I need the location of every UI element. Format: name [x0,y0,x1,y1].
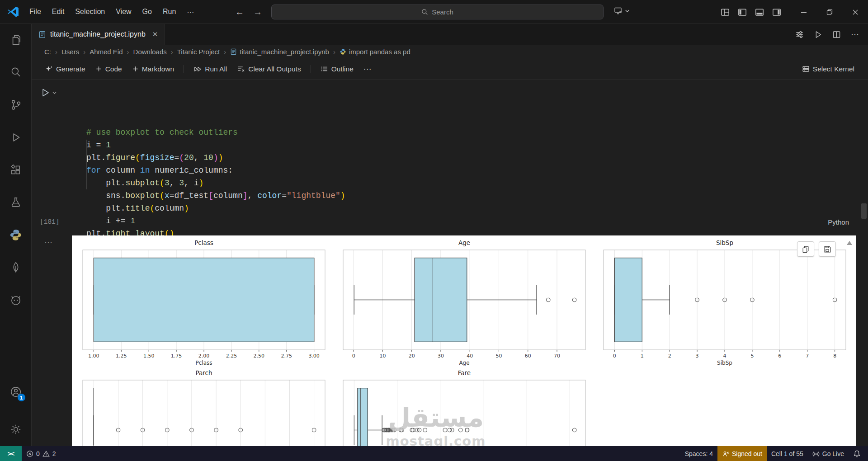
svg-text:20: 20 [409,353,415,359]
menu-run[interactable]: Run [158,5,181,19]
svg-text:30: 30 [438,353,444,359]
customize-layout-icon[interactable] [721,8,730,17]
status-bar: >< 0 2 Spaces: 4 Signed out Cell 1 of 55… [0,446,868,461]
breadcrumb-item[interactable]: Downloads [132,47,168,56]
generate-button[interactable]: Generate [41,63,90,75]
leaf-icon [9,261,23,274]
split-editor-icon[interactable] [832,30,841,39]
run-all-button[interactable]: Run All [189,63,231,75]
breadcrumb-item[interactable]: import pandas as pd [339,47,411,56]
tab-close-icon[interactable]: ✕ [152,30,158,38]
remote-indicator[interactable]: >< [0,446,22,461]
add-markdown-cell-button[interactable]: Markdown [127,63,179,75]
kernel-icon [802,65,810,73]
spaces-indicator[interactable]: Spaces: 4 [680,446,717,461]
breadcrumb-item[interactable]: C: [43,47,52,56]
activity-explorer[interactable] [5,28,27,51]
activity-search[interactable] [5,61,27,84]
breadcrumb-item[interactable]: Ahmed Eid [89,47,123,56]
accounts-button[interactable]: 1 [5,381,27,403]
activity-run-debug[interactable] [5,126,27,149]
breadcrumb-separator-icon: › [333,48,335,56]
menu-view[interactable]: View [111,5,136,19]
breadcrumb-item[interactable]: titanic_machine_project.ipynb [229,47,330,56]
breadcrumb-item[interactable]: Users [61,47,80,56]
search-icon [9,66,23,79]
tab-label: titanic_machine_project.ipynb [50,30,146,38]
svg-text:1.25: 1.25 [116,353,127,359]
account-signed-out-icon [722,450,729,457]
activity-extensions[interactable] [5,159,27,181]
svg-text:1.00: 1.00 [88,353,99,359]
output-scroll-up-icon[interactable] [847,241,852,245]
svg-text:2.75: 2.75 [281,353,292,359]
svg-text:0: 0 [613,353,616,359]
activity-python[interactable] [5,224,27,246]
output-hover-toolbar [797,241,836,257]
toggle-primary-sidebar-icon[interactable] [738,8,747,17]
outline-button[interactable]: Outline [316,63,358,75]
tab-notebook[interactable]: titanic_machine_project.ipynb ✕ [32,24,165,45]
gear-icon [9,423,23,436]
problems-indicator[interactable]: 0 2 [22,446,61,461]
copy-output-button[interactable] [797,241,814,257]
code-line: for column in numeric_columns: [86,164,345,177]
menu-go[interactable]: Go [137,5,157,19]
menu-edit[interactable]: Edit [47,5,70,19]
search-placeholder: Search [432,8,453,16]
save-icon [823,245,831,253]
svg-text:6: 6 [778,353,781,359]
notebook-settings-icon[interactable] [795,30,804,39]
restore-button[interactable] [816,0,842,24]
activity-ai-assistant[interactable] [5,289,27,311]
select-kernel-button[interactable]: Select Kernel [797,63,859,75]
boxplot-sibsp: SibSp012345678SibSp [596,238,851,367]
save-output-button[interactable] [819,241,836,257]
svg-text:50: 50 [495,353,502,359]
notifications-button[interactable] [849,446,868,461]
cell-language-label[interactable]: Python [828,218,849,226]
clear-all-icon [237,65,245,73]
activity-mongodb[interactable] [5,256,27,279]
menu-selection[interactable]: Selection [70,5,110,19]
back-button[interactable]: ← [235,7,244,17]
toggle-panel-icon[interactable] [755,8,764,17]
svg-text:1.50: 1.50 [143,353,155,359]
cell-position-indicator[interactable]: Cell 1 of 55 [767,446,808,461]
run-cell-button[interactable] [41,87,57,98]
menu-more[interactable]: ⋯ [182,5,199,19]
notebook-editor: # use boxplot to check outliersi = 1plt.… [32,80,868,446]
output-menu-button[interactable]: ⋯ [44,237,53,247]
code-area[interactable]: # use boxplot to check outliersi = 1plt.… [86,88,345,253]
code-line: sns.boxplot(x=df_test[column], color="li… [86,189,345,202]
clear-all-outputs-button[interactable]: Clear All Outputs [232,63,305,75]
editor-scrollbar[interactable] [861,203,867,219]
forward-button[interactable]: → [253,7,262,17]
more-actions-icon[interactable]: ⋯ [851,29,859,39]
figure-row-1: Pclass1.001.251.501.752.002.252.502.753.… [72,238,856,367]
minimize-button[interactable] [791,0,816,24]
close-window-button[interactable] [842,0,868,24]
go-live-button[interactable]: Go Live [808,446,849,461]
signed-out-indicator[interactable]: Signed out [717,446,767,461]
menu-bar: FileEditSelectionViewGoRun⋯ [24,5,199,19]
settings-button[interactable] [5,418,27,441]
code-line: i += 1 [86,215,345,227]
boxplot-fare: Fare0100200300400500Fare [336,368,591,446]
boxplot-pclass: Pclass1.001.251.501.752.002.252.502.753.… [75,238,330,367]
search-box[interactable]: Search [271,5,604,19]
menu-file[interactable]: File [24,5,46,19]
remote-window-control[interactable] [614,6,630,15]
breadcrumb-item[interactable]: Titanic Project [176,47,221,56]
svg-text:60: 60 [525,353,531,359]
run-editor-icon[interactable] [814,30,822,39]
svg-text:7: 7 [806,353,809,359]
svg-text:10: 10 [379,353,386,359]
activity-testing[interactable] [5,191,27,214]
add-code-cell-button[interactable]: Code [91,63,127,75]
svg-text:1: 1 [641,353,644,359]
activity-source-control[interactable] [5,94,27,116]
svg-text:5: 5 [750,353,754,359]
toggle-secondary-sidebar-icon[interactable] [772,8,781,17]
toolbar-more-button[interactable]: ⋯ [359,62,376,76]
